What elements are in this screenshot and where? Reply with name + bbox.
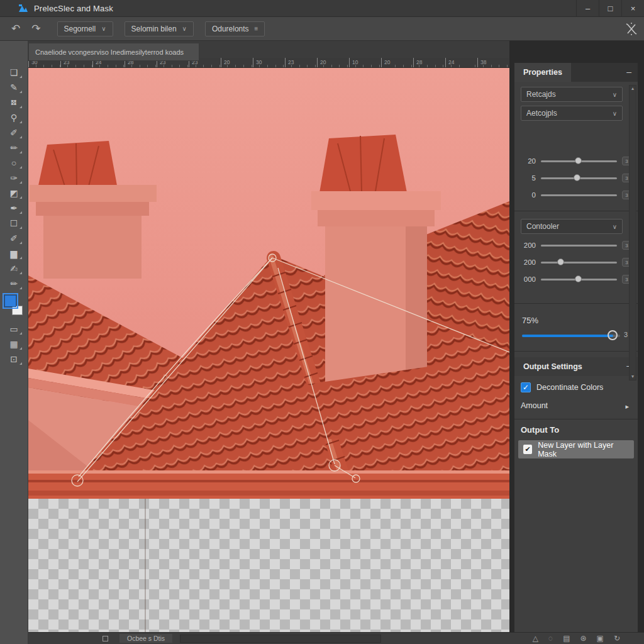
chevron-down-icon: ∨ <box>613 91 617 98</box>
status-square-icon[interactable] <box>103 636 108 641</box>
amount-row[interactable]: Amount <box>521 401 548 410</box>
ruler-tick: 24 <box>445 58 477 67</box>
slider-track[interactable] <box>541 262 617 264</box>
opacity-value-label: 75% <box>522 316 538 325</box>
slider-row: 200 3 <box>519 257 631 267</box>
background-color-swatch[interactable] <box>12 306 23 315</box>
guide-line <box>145 499 146 632</box>
scroll-down-icon[interactable]: ▾ <box>631 374 634 380</box>
tab-properties[interactable]: Properties <box>514 63 571 82</box>
refine-mode-dropdown[interactable]: Aetcojpls ∨ <box>521 106 623 121</box>
opacity-slider[interactable] <box>522 335 620 337</box>
properties-panel: Properties – Retcajds ∨ Aetcojpls ∨ 20 <box>514 63 638 632</box>
status-bar: Ocbee s Dtis △◌▤⊛▣↻ <box>28 632 644 644</box>
contrast-dropdown[interactable]: Contooler ∨ <box>521 219 623 234</box>
panel-scrollbar[interactable]: ▴ ▾ <box>629 85 636 380</box>
document-info-label: Ocbee s Dtis <box>119 634 172 643</box>
crossed-tools-icon[interactable] <box>625 23 638 35</box>
foreground-background-color-swatches[interactable] <box>4 295 23 315</box>
minimize-button[interactable]: – <box>576 0 599 16</box>
expand-amount-icon[interactable]: ▸ <box>625 402 629 411</box>
undo-icon[interactable]: ↶ <box>11 23 20 34</box>
chevron-down-icon: ∨ <box>613 223 617 230</box>
flatten-icon[interactable]: △ <box>533 634 538 643</box>
slider-track[interactable] <box>541 177 617 179</box>
section-output-settings[interactable]: Output Settings <box>514 357 638 376</box>
segment-dropdown[interactable]: Segornell∨ <box>57 21 113 36</box>
titlebar: PrelecSlec and Mask – □ × <box>0 0 644 17</box>
rotate-icon[interactable]: ◌ <box>548 634 553 643</box>
close-button[interactable]: × <box>621 0 644 16</box>
ruler-tick: 38 <box>477 58 509 67</box>
pattern-stamp-tool-icon[interactable]: ▦ <box>5 336 23 352</box>
marquee-tool-icon[interactable]: ☐ <box>5 216 23 231</box>
gear-icon[interactable]: ⊛ <box>580 634 587 643</box>
ruler-tick: 20 <box>381 58 413 67</box>
status-field[interactable] <box>180 635 381 643</box>
smudge-brush-tool-icon[interactable]: ✑ <box>5 170 23 186</box>
slider-thumb[interactable] <box>575 275 582 282</box>
new-layer-with-mask-row[interactable]: ✔ New Layer with Layer Mask <box>518 440 634 458</box>
new-selection-tool-icon[interactable]: ❏ <box>5 65 23 80</box>
ruler-tick: 23 <box>285 58 317 67</box>
lasso-tool-icon[interactable]: ○ <box>5 155 23 170</box>
brush-tool-icon[interactable]: ✐ <box>5 125 23 140</box>
slider-thumb[interactable] <box>557 258 564 265</box>
opacity-suffix: 3 <box>624 331 628 338</box>
slider-thumb[interactable] <box>575 157 582 164</box>
edit-pen-tool-icon[interactable]: ✍ <box>5 261 23 276</box>
pen-brush-tool-icon[interactable]: ✐ <box>5 231 23 246</box>
maximize-button[interactable]: □ <box>599 0 621 16</box>
app-icon <box>19 4 28 12</box>
slider-row: 0 3 <box>519 190 631 200</box>
color-options-dropdown[interactable]: Odurelonts≡ <box>205 21 265 36</box>
checkbox-checked-icon[interactable]: ✓ <box>521 382 531 392</box>
selection-dropdown[interactable]: Selomin bilen∨ <box>125 21 194 36</box>
tool-hint-bar: Cnaeliode vcongesrviso Inedimesilyterrod… <box>28 43 199 61</box>
tool-palette: ❏ ✎ ✥ ⚲ ✐ ✏ ○ ✑ ◩ ✒ ☐ ✐ <box>0 41 28 644</box>
quick-selection-tool-icon[interactable]: ✎ <box>5 80 23 95</box>
checkbox-checked-icon[interactable]: ✔ <box>523 445 532 454</box>
slider-row: 20 3 <box>519 156 631 166</box>
refine-edge-brush-tool-icon[interactable]: ✥ <box>5 95 23 110</box>
collapse-panel-icon[interactable]: – <box>626 67 631 77</box>
dotted-brush-tool-icon[interactable]: ✏ <box>5 276 23 291</box>
view-mode-dropdown[interactable]: Retcajds ∨ <box>521 87 623 102</box>
slider-row: 000 3 <box>519 274 631 284</box>
image-icon[interactable]: ▣ <box>597 634 604 643</box>
history-icon[interactable]: ↻ <box>614 634 620 643</box>
ruler-tick: 10 <box>349 58 381 67</box>
decontaminate-colors-row[interactable]: ✓ Decontinate Colors <box>521 382 603 392</box>
page-zoom-tool-icon[interactable]: ⊡ <box>5 352 23 367</box>
chevron-down-icon: ∨ <box>613 110 617 117</box>
ruler-tick: 20 <box>221 58 253 67</box>
slider-track[interactable] <box>541 279 617 280</box>
zoom-tool-icon[interactable]: ⚲ <box>5 110 23 125</box>
properties-body: Retcajds ∨ Aetcojpls ∨ 20 <box>514 82 638 632</box>
heal-brush-tool-icon[interactable]: ✒ <box>5 201 23 216</box>
window-title: PrelecSlec and Mask <box>34 4 113 13</box>
solid-square-tool-icon[interactable]: ▆ <box>5 246 23 261</box>
options-toolbar: ↶ ↷ Segornell∨ Selomin bilen∨ Odurelonts… <box>0 17 644 41</box>
chevron-down-icon: ∨ <box>101 25 106 32</box>
chevron-down-icon: ∨ <box>182 25 187 32</box>
rectangle-tool-icon[interactable]: ▭ <box>5 321 23 336</box>
slider-track[interactable] <box>541 245 617 247</box>
slider-track[interactable] <box>541 194 617 196</box>
redo-icon[interactable]: ↷ <box>31 23 40 34</box>
slider-row: 200 3 <box>519 240 631 250</box>
ruler-tick: 20 <box>317 58 349 67</box>
eraser-brush-tool-icon[interactable]: ✏ <box>5 140 23 155</box>
scroll-up-icon[interactable]: ▴ <box>631 86 634 92</box>
camera-icon[interactable]: ▤ <box>563 634 570 643</box>
ruler-tick: 28 <box>413 58 445 67</box>
transparency-checkerboard[interactable] <box>28 499 509 632</box>
slider-thumb[interactable] <box>574 174 580 181</box>
object-selection-tool-icon[interactable]: ◩ <box>5 186 23 201</box>
slider-track[interactable] <box>541 160 617 162</box>
document-canvas[interactable]: 302324282323203023201020282438 <box>28 58 509 632</box>
right-panel-column: Properties – Retcajds ∨ Aetcojpls ∨ 20 <box>509 41 644 632</box>
foreground-color-swatch[interactable] <box>4 295 16 307</box>
opacity-slider-thumb[interactable] <box>608 330 618 340</box>
canvas-image[interactable] <box>28 68 509 499</box>
